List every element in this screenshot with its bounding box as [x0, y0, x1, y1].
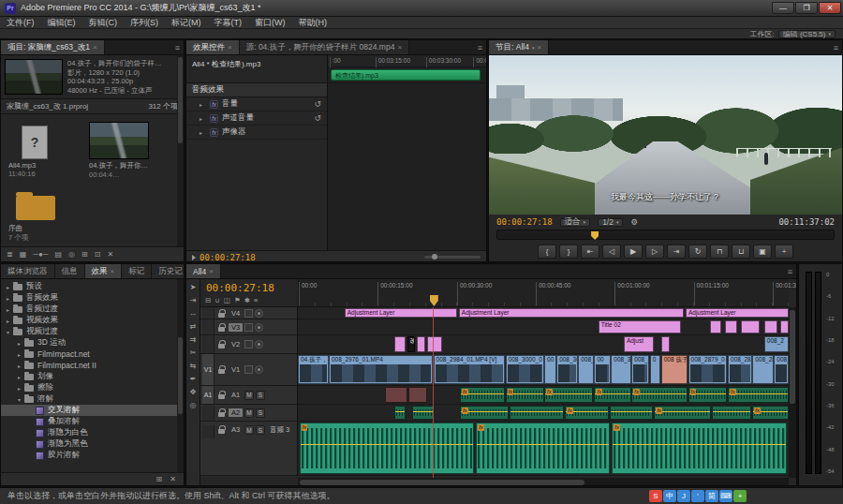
- track-output-icon[interactable]: [255, 309, 263, 318]
- close-button[interactable]: ✕: [819, 2, 841, 14]
- tray-icon-6[interactable]: +: [733, 490, 747, 502]
- maximize-button[interactable]: ❐: [795, 2, 818, 14]
- effects-tree-item-渐隐为白色[interactable]: 渐隐为白色: [1, 427, 184, 438]
- effects-tree-item-音频过渡[interactable]: ▸音频过渡: [1, 304, 184, 315]
- pen-tool[interactable]: ✒: [190, 376, 197, 383]
- track-output-icon[interactable]: [255, 323, 263, 332]
- loop-button[interactable]: ↻: [688, 245, 707, 259]
- zoom-slider-icon[interactable]: ─●─: [33, 250, 48, 259]
- go-to-in-button[interactable]: ⇤: [581, 245, 599, 259]
- source-patch-A1[interactable]: A1: [202, 386, 214, 404]
- step-forward-button[interactable]: ▷: [645, 245, 664, 259]
- effects-tree-item-胶片溶解[interactable]: 胶片溶解: [1, 450, 184, 461]
- effect-controls-zoom-slider[interactable]: [424, 256, 481, 259]
- timeline-clip-A1-6[interactable]: fx: [631, 387, 688, 403]
- timeline-vertical-scrollbar[interactable]: [789, 307, 796, 478]
- timeline-clip-A2-4[interactable]: fx: [565, 406, 609, 420]
- effects-tab-2[interactable]: 效果×: [85, 264, 123, 278]
- timeline-clip-A2-6[interactable]: fx: [654, 406, 711, 420]
- menu-item-5[interactable]: 字幕(T): [208, 17, 249, 29]
- track-output-icon[interactable]: [255, 340, 263, 348]
- options-icon[interactable]: ≡: [254, 296, 258, 304]
- close-tab-icon[interactable]: ×: [209, 267, 214, 275]
- effects-tab-4[interactable]: 历史记: [152, 264, 184, 278]
- step-back-button[interactable]: ◁: [602, 245, 621, 259]
- timeline-clip-V3-2[interactable]: [725, 320, 738, 334]
- timeline-clip-V1-4[interactable]: 00: [544, 355, 556, 384]
- track-name-A2[interactable]: A2: [229, 408, 243, 417]
- menu-item-6[interactable]: 窗口(W): [248, 17, 292, 29]
- timeline-clip-V4-0[interactable]: Adjustment Layer: [345, 308, 458, 318]
- effects-tree-item-音频效果[interactable]: ▸音频效果: [1, 292, 184, 304]
- track-name-V1[interactable]: V1: [229, 365, 243, 374]
- effects-tree-item-划像[interactable]: ▸划像: [1, 371, 184, 382]
- reset-effect-icon[interactable]: ↺: [314, 113, 321, 123]
- effects-scrollbar[interactable]: [177, 279, 184, 472]
- track-name-A1[interactable]: A1: [229, 391, 243, 399]
- effects-tree-item-叠加溶解[interactable]: 叠加溶解: [1, 416, 184, 427]
- delete-icon[interactable]: ✕: [107, 250, 113, 259]
- effects-tab-0[interactable]: 媒体浏览器: [1, 264, 55, 278]
- program-video-display[interactable]: 我最今其这——孙学不让了？: [489, 55, 842, 215]
- export-frame-button[interactable]: ▣: [753, 245, 772, 259]
- menu-item-7[interactable]: 帮助(H): [292, 17, 334, 29]
- playback-resolution-select[interactable]: 1/2 ▾: [598, 218, 623, 227]
- timeline-horizontal-scrollbar[interactable]: [298, 478, 789, 486]
- lock-icon[interactable]: [218, 391, 225, 399]
- slip-tool[interactable]: ⇆: [190, 363, 197, 370]
- track-lane-A3[interactable]: fxfxfx: [298, 422, 789, 476]
- timeline-clip-V1-0[interactable]: 04.孩子，: [298, 355, 329, 384]
- lift-button[interactable]: ⊓: [710, 245, 729, 259]
- effect-row-声道音量[interactable]: ▸fx声道音量↺: [186, 111, 328, 126]
- effects-tree-item-溶解[interactable]: ▾溶解: [1, 393, 184, 405]
- effects-tree-item-FilmImpact.net[interactable]: ▸FilmImpact.net: [1, 348, 184, 360]
- settings-wrench-icon[interactable]: ⚙: [630, 217, 638, 227]
- program-tab-0[interactable]: 节目: All4▾×: [489, 40, 549, 54]
- timeline-clip-A1-5[interactable]: fx: [594, 387, 630, 403]
- lock-icon[interactable]: [218, 408, 225, 417]
- track-name-V2[interactable]: V2: [229, 340, 243, 348]
- list-view-icon[interactable]: ≣: [7, 250, 13, 259]
- twirl-icon[interactable]: ▸: [200, 115, 206, 122]
- project-item-2[interactable]: 序曲7 个项: [8, 183, 76, 243]
- effect-controls-tab-0[interactable]: 效果控件×: [186, 40, 240, 54]
- effect-row-声像器[interactable]: ▸fx声像器: [186, 126, 328, 140]
- insert-overwrite-icon[interactable]: ⊟: [205, 296, 211, 304]
- project-item-1[interactable]: 04.孩子，舞开你…00:04:4…: [89, 120, 156, 179]
- timeline-clip-A2-3[interactable]: [510, 406, 564, 420]
- project-file-name[interactable]: 家脑缠_cs63_改 1.prproj: [7, 101, 88, 111]
- timeline-clip-V1-12[interactable]: 008_2879_0: [688, 355, 728, 384]
- effects-tree-item-3D 运动[interactable]: ▸3D 运动: [1, 337, 184, 348]
- timeline-clip-V1-11[interactable]: 008 孩子，: [661, 355, 688, 384]
- program-panel-menu-icon[interactable]: ≡: [830, 40, 842, 54]
- twirl-icon[interactable]: ▸: [200, 129, 206, 136]
- new-bin-icon[interactable]: ⊞: [81, 250, 88, 259]
- timeline-clip-V1-8[interactable]: 008_3: [611, 355, 630, 384]
- tray-icon-5[interactable]: ⌨: [719, 490, 732, 502]
- timeline-clip-A3-0[interactable]: fx: [300, 422, 475, 474]
- playhead-marker[interactable]: [430, 295, 438, 306]
- timeline-clip-A2-5[interactable]: [610, 406, 653, 420]
- timeline-clip-A2-8[interactable]: fx: [752, 406, 789, 420]
- timeline-clip-V1-3[interactable]: 008_3000_0: [506, 355, 544, 384]
- timeline-clip-A1-7[interactable]: fx: [688, 387, 728, 403]
- timeline-clip-V2-3[interactable]: [427, 336, 442, 352]
- divider[interactable]: [327, 55, 328, 250]
- preview-thumbnail[interactable]: [5, 59, 63, 95]
- track-lane-V2[interactable]: 改Adjust008_2: [298, 335, 789, 354]
- timeline-clip-V1-5[interactable]: 008_30: [556, 355, 578, 384]
- lock-icon[interactable]: [218, 323, 225, 332]
- timeline-clip-V4-2[interactable]: Adjustment Layer: [686, 308, 789, 318]
- timeline-clip-A2-0[interactable]: [394, 406, 406, 420]
- timeline-clip-A3-1[interactable]: fx: [476, 422, 610, 474]
- source-patch-V4[interactable]: [202, 307, 214, 319]
- timeline-clip-V3-3[interactable]: [741, 320, 760, 334]
- track-lane-A2[interactable]: fxfxfxfx: [298, 405, 789, 422]
- track-lane-V3[interactable]: Title 02: [298, 319, 789, 335]
- effects-tree-item-视频过渡[interactable]: ▾视频过渡: [1, 326, 184, 337]
- timeline-panel-menu-icon[interactable]: ≡: [784, 264, 796, 278]
- fx-toggle-icon[interactable]: fx: [210, 128, 218, 137]
- project-tab-0[interactable]: 项目: 家脑缠_cs63_改1×: [1, 40, 105, 54]
- solo-button-A2[interactable]: S: [256, 408, 265, 418]
- close-tab-icon[interactable]: ×: [228, 43, 232, 52]
